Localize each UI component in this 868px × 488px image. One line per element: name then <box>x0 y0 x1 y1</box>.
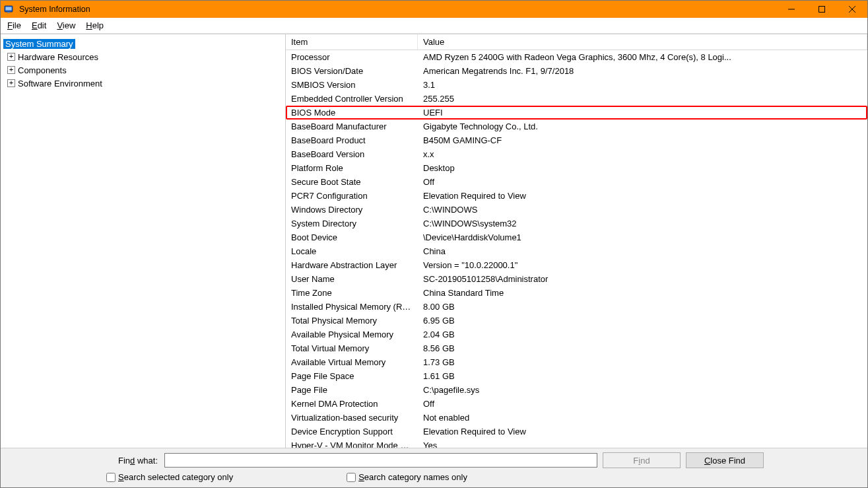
menu-help[interactable]: Help <box>81 19 109 32</box>
find-what-label: Find what: <box>7 456 159 466</box>
tree-node[interactable]: +Hardware Resources <box>2 50 284 63</box>
cell-item: BIOS Version/Date <box>286 66 418 76</box>
cell-value: American Megatrends Inc. F1, 9/7/2018 <box>418 66 867 76</box>
cell-item: Available Virtual Memory <box>286 357 418 367</box>
list-row[interactable]: Platform RoleDesktop <box>286 161 867 175</box>
cell-value: 3.1 <box>418 80 867 90</box>
cell-value: 2.04 GB <box>418 330 867 339</box>
tree-root-label: System Summary <box>3 39 75 49</box>
cell-item: Windows Directory <box>286 205 418 215</box>
cell-value: Version = "10.0.22000.1" <box>418 260 867 270</box>
list-row[interactable]: User NameSC-201905101258\Administrator <box>286 272 867 286</box>
list-row[interactable]: Secure Boot StateOff <box>286 175 867 189</box>
cell-item: User Name <box>286 274 418 284</box>
cell-item: Hardware Abstraction Layer <box>286 260 418 270</box>
list-row[interactable]: BaseBoard ManufacturerGigabyte Technolog… <box>286 120 867 133</box>
tree-expand-icon[interactable]: + <box>7 66 15 74</box>
list-row[interactable]: Boot Device\Device\HarddiskVolume1 <box>286 230 867 244</box>
list-row[interactable]: LocaleChina <box>286 244 867 258</box>
minimize-button[interactable] <box>776 1 807 18</box>
list-row[interactable]: BaseBoard Versionx.x <box>286 147 867 161</box>
list-row[interactable]: Total Virtual Memory8.56 GB <box>286 341 867 355</box>
list-row[interactable]: SMBIOS Version3.1 <box>286 78 867 92</box>
cell-value: 6.95 GB <box>418 316 867 326</box>
cell-item: Secure Boot State <box>286 177 418 187</box>
list-row[interactable]: Device Encryption SupportElevation Requi… <box>286 425 867 438</box>
find-what-input[interactable] <box>164 453 597 468</box>
cell-item: Page File Space <box>286 371 418 381</box>
list-row[interactable]: BIOS ModeUEFI <box>286 106 867 120</box>
list-row[interactable]: Hyper-V - VM Monitor Mode E...Yes <box>286 438 867 448</box>
main-content: System Summary +Hardware Resources+Compo… <box>1 34 867 448</box>
cell-value: China <box>418 246 867 256</box>
cell-value: 1.73 GB <box>418 357 867 367</box>
cell-item: Time Zone <box>286 288 418 298</box>
cell-value: UEFI <box>418 108 867 118</box>
app-icon <box>3 3 15 15</box>
cell-item: BaseBoard Product <box>286 135 418 145</box>
list-row[interactable]: Time ZoneChina Standard Time <box>286 286 867 300</box>
svg-rect-1 <box>6 7 12 11</box>
find-button[interactable]: Find <box>603 452 681 468</box>
cell-item: BIOS Mode <box>286 108 418 118</box>
list-row[interactable]: Virtualization-based securityNot enabled <box>286 411 867 425</box>
list-body[interactable]: ProcessorAMD Ryzen 5 2400G with Radeon V… <box>286 50 867 448</box>
cell-item: Virtualization-based security <box>286 413 418 423</box>
menu-view[interactable]: View <box>51 19 81 32</box>
detail-list: Item Value ProcessorAMD Ryzen 5 2400G wi… <box>286 34 867 448</box>
column-header-value[interactable]: Value <box>418 34 867 50</box>
list-row[interactable]: Page FileC:\pagefile.sys <box>286 383 867 397</box>
list-row[interactable]: Windows DirectoryC:\WINDOWS <box>286 203 867 217</box>
cell-value: Elevation Required to View <box>418 191 867 201</box>
cell-value: Desktop <box>418 163 867 173</box>
search-names-checkbox-input[interactable] <box>347 473 356 482</box>
list-row[interactable]: Total Physical Memory6.95 GB <box>286 314 867 328</box>
tree-node[interactable]: +Components <box>2 63 284 77</box>
category-tree[interactable]: System Summary +Hardware Resources+Compo… <box>1 34 286 448</box>
maximize-button[interactable] <box>807 1 837 18</box>
list-header: Item Value <box>286 34 867 50</box>
list-row[interactable]: BaseBoard ProductB450M GAMING-CF <box>286 133 867 147</box>
cell-value: Off <box>418 399 867 409</box>
cell-item: Platform Role <box>286 163 418 173</box>
menu-file[interactable]: File <box>2 19 26 32</box>
svg-rect-2 <box>7 12 10 13</box>
list-row[interactable]: Available Physical Memory2.04 GB <box>286 328 867 341</box>
titlebar: System Information <box>1 1 867 18</box>
list-row[interactable]: Kernel DMA ProtectionOff <box>286 397 867 411</box>
search-names-label: Search category names only <box>358 472 467 482</box>
cell-item: System Directory <box>286 219 418 228</box>
tree-node-label: Components <box>18 65 67 75</box>
list-row[interactable]: ProcessorAMD Ryzen 5 2400G with Radeon V… <box>286 50 867 64</box>
tree-node-label: Software Environment <box>18 79 102 88</box>
tree-root-system-summary[interactable]: System Summary <box>2 37 284 50</box>
tree-expand-icon[interactable]: + <box>7 79 15 87</box>
list-row[interactable]: Installed Physical Memory (RAM)8.00 GB <box>286 300 867 314</box>
list-row[interactable]: System DirectoryC:\WINDOWS\system32 <box>286 217 867 230</box>
list-row[interactable]: Available Virtual Memory1.73 GB <box>286 355 867 369</box>
cell-item: Boot Device <box>286 232 418 242</box>
svg-rect-4 <box>819 7 825 13</box>
column-header-item[interactable]: Item <box>286 34 418 50</box>
menu-edit[interactable]: Edit <box>26 19 51 32</box>
list-row[interactable]: Embedded Controller Version255.255 <box>286 92 867 106</box>
close-button[interactable] <box>837 1 867 18</box>
tree-node[interactable]: +Software Environment <box>2 77 284 90</box>
cell-value: China Standard Time <box>418 288 867 298</box>
cell-value: Off <box>418 177 867 187</box>
list-row[interactable]: PCR7 ConfigurationElevation Required to … <box>286 189 867 203</box>
search-footer: Find what: Find Close Find Search select… <box>1 448 867 487</box>
search-selected-checkbox[interactable]: Search selected category only <box>106 472 233 482</box>
list-row[interactable]: Hardware Abstraction LayerVersion = "10.… <box>286 258 867 272</box>
cell-value: SC-201905101258\Administrator <box>418 274 867 284</box>
cell-item: Locale <box>286 246 418 256</box>
list-row[interactable]: Page File Space1.61 GB <box>286 369 867 383</box>
search-names-checkbox[interactable]: Search category names only <box>347 472 467 482</box>
list-row[interactable]: BIOS Version/DateAmerican Megatrends Inc… <box>286 64 867 78</box>
tree-expand-icon[interactable]: + <box>7 53 15 61</box>
close-find-button[interactable]: Close Find <box>686 452 764 468</box>
cell-item: BaseBoard Version <box>286 149 418 159</box>
search-selected-label: Search selected category only <box>118 472 233 482</box>
search-selected-checkbox-input[interactable] <box>106 473 116 482</box>
cell-value: \Device\HarddiskVolume1 <box>418 232 867 242</box>
